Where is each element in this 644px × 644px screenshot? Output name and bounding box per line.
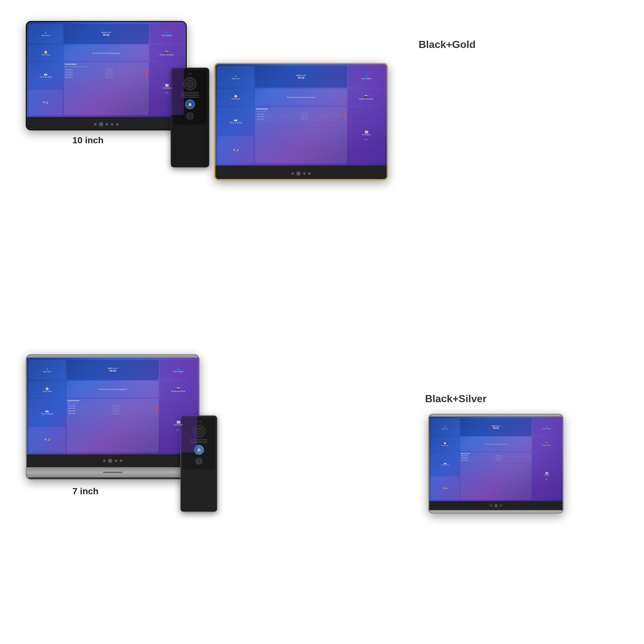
- back-home-gold: Back home: [232, 78, 240, 80]
- monitor-nav-bar: [27, 117, 186, 130]
- call-item-gold-3: call out:2unit 11-18 17:13: [256, 118, 346, 120]
- call-resident-label: Call a resident: [162, 35, 172, 37]
- time-silver: 09:32: [109, 369, 116, 372]
- doorbell-rfid-silver: [194, 457, 204, 467]
- more-silver: More: [177, 429, 180, 431]
- no-equip-bs: No environmental monitoring equipment: [460, 437, 532, 451]
- more-bs: More: [545, 478, 548, 480]
- label-black-silver: Black+Silver: [425, 393, 487, 405]
- nav-circle: [106, 123, 108, 126]
- no-equipment-sub: No environmental monitoring equipment: [65, 66, 148, 67]
- monitor-door-gold: Monitor door phone: [359, 98, 373, 100]
- call-bs-2: call out:2unit 11-18 17:13: [461, 457, 531, 459]
- call-prop-gold: Call property: [362, 134, 371, 136]
- monitor-10inch-black: ⌂ Back home 2020-11-17 09:32 👤 Call a re…: [26, 21, 187, 130]
- monitor-door-label: Monitor door phone: [160, 54, 174, 56]
- label-7inch: 7 inch: [72, 486, 99, 497]
- nav-home: [99, 122, 103, 126]
- back-home-label: Back home: [42, 35, 50, 37]
- monitor-door-bs: Monitor door phone: [543, 445, 551, 446]
- home-mon-bs: Home monitoring: [441, 465, 449, 466]
- more-gold: More: [365, 139, 368, 140]
- nav-gold-1: [291, 172, 294, 175]
- time-display: 09:32: [103, 33, 109, 36]
- time-gold: 09:32: [298, 76, 304, 79]
- back-home-bs: Back home: [442, 428, 448, 430]
- call-res-bs: Call a resident: [543, 428, 551, 430]
- home-mon-gold: Home monitoring: [230, 122, 242, 124]
- announce-bs: Announcement: [461, 453, 531, 454]
- home-monitoring-label: Home monitoring: [40, 76, 52, 78]
- smart-home-gold: Smart home: [232, 98, 240, 100]
- call-resident-gold: Call a resident: [361, 78, 372, 80]
- announcement-gold: Announcement: [256, 108, 346, 110]
- time-bs: 09:32: [493, 427, 499, 429]
- back-home-silver: Back home: [43, 371, 51, 373]
- doorbell-model-label: ■ ■: [189, 73, 192, 75]
- call-item-1: call out:2unit 11-16 17:15: [65, 68, 148, 71]
- label-10inch: 10 inch: [72, 135, 103, 146]
- monitor-nav-gold: [215, 166, 387, 180]
- nav-square: [111, 123, 113, 126]
- no-equip-gold: No environmental monitoring equipment: [255, 89, 347, 106]
- monitor-7inch-silver: ⌂ Back home 2020-11-17 09:32 👤 Call a re…: [26, 354, 200, 480]
- no-equipment-label: No environmental monitoring equipment: [64, 45, 149, 61]
- smart-home-label-1: Smart home: [41, 54, 50, 56]
- silver-bottom-strip: [27, 467, 199, 478]
- label-black-gold: Black+Gold: [419, 39, 476, 51]
- silver-top-strip: [27, 355, 199, 358]
- call-silver-3: call out:2unit 11-16 17:13: [68, 410, 158, 412]
- smart-home-silver: Smart home: [43, 391, 52, 393]
- call-silver-4: call out:2unit 11-16 17:12: [68, 412, 158, 415]
- monitor-nav-bs: [429, 501, 563, 510]
- call-silver-1: call out:2unit 11-16 17:15: [68, 404, 158, 407]
- monitor-10inch-gold: ⌂ Back home 2020-11-17 09:32 👤 Call a re…: [214, 63, 388, 180]
- call-item-2: call out:2unit 11-16 17:13: [65, 71, 148, 73]
- call-property-label: Call property: [162, 87, 171, 89]
- monitor-door-silver: Monitor door phone: [171, 391, 185, 393]
- no-equip-silver: No environmental monitoring equipment: [67, 381, 159, 398]
- call-silver-2: call out:2unit 11-16 17:13: [68, 407, 158, 410]
- svg-point-1: [198, 460, 200, 462]
- nav-back: [94, 123, 97, 126]
- smart-home-bs: Smart home: [442, 445, 449, 446]
- announcement-silver: Announcement: [68, 400, 158, 402]
- call-item-3: call out:2unit 11-16 17:13: [65, 73, 148, 76]
- call-bs-3: call out:2unit 11-18 17:12: [461, 459, 531, 461]
- nav-gold-3: [303, 172, 306, 175]
- call-item-4: call out:2unit 11-16 17:12: [65, 76, 148, 79]
- svg-point-0: [189, 115, 191, 117]
- silver-bottom-strip-2: [429, 510, 563, 514]
- monitor-7inch-black-silver: ⌂ Back home 2020-11-17 09:32 👤 Call a re…: [428, 414, 563, 514]
- more-label: More: [165, 92, 168, 94]
- nav-volume: [116, 123, 118, 126]
- announcement-header: Announcement: [65, 63, 148, 65]
- call-item-gold-1: call out:2unit 11-18 17:15: [256, 113, 346, 115]
- doorbell-rfid-icon: [185, 111, 195, 122]
- nav-gold-2: [297, 172, 300, 175]
- call-item-gold-2: call out:2unit 11-18 17:13: [256, 115, 346, 118]
- call-prop-silver: Call property: [174, 424, 183, 426]
- call-bs-1: call out:2unit 11-18 17:15: [461, 455, 531, 457]
- monitor-nav-silver: [27, 454, 199, 467]
- nav-gold-4: [308, 172, 311, 175]
- call-prop-bs: Call property: [544, 475, 549, 476]
- doorbell-call-button[interactable]: [185, 99, 195, 109]
- home-mon-silver: Home monitoring: [41, 413, 53, 415]
- call-res-silver: Call a resident: [173, 371, 184, 373]
